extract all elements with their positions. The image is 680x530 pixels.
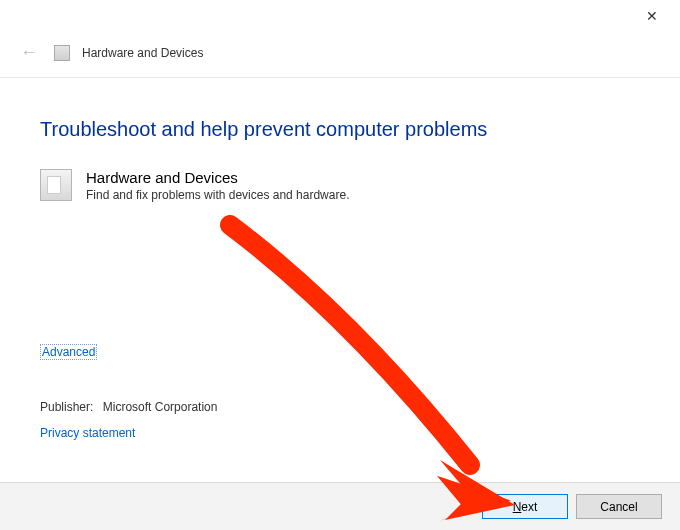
wizard-header: ← Hardware and Devices xyxy=(0,32,680,78)
page-title: Troubleshoot and help prevent computer p… xyxy=(40,118,640,141)
item-title: Hardware and Devices xyxy=(86,169,349,186)
troubleshooter-item: Hardware and Devices Find and fix proble… xyxy=(40,169,640,202)
device-icon xyxy=(40,169,72,201)
back-icon: ← xyxy=(16,40,42,65)
close-icon[interactable]: ✕ xyxy=(632,2,672,30)
content-area: Troubleshoot and help prevent computer p… xyxy=(0,78,680,202)
arrow-annotation xyxy=(210,215,540,525)
titlebar: ✕ xyxy=(0,0,680,32)
lower-links: Advanced Publisher: Microsoft Corporatio… xyxy=(40,344,217,440)
item-description: Find and fix problems with devices and h… xyxy=(86,188,349,202)
publisher-value: Microsoft Corporation xyxy=(103,400,218,414)
next-button[interactable]: Next xyxy=(482,494,568,519)
cancel-button[interactable]: Cancel xyxy=(576,494,662,519)
publisher-row: Publisher: Microsoft Corporation xyxy=(40,400,217,414)
header-title: Hardware and Devices xyxy=(82,46,203,60)
wizard-icon xyxy=(54,45,70,61)
advanced-link[interactable]: Advanced xyxy=(40,344,97,360)
publisher-label: Publisher: xyxy=(40,400,93,414)
privacy-link[interactable]: Privacy statement xyxy=(40,426,135,440)
footer: Next Cancel xyxy=(0,482,680,530)
